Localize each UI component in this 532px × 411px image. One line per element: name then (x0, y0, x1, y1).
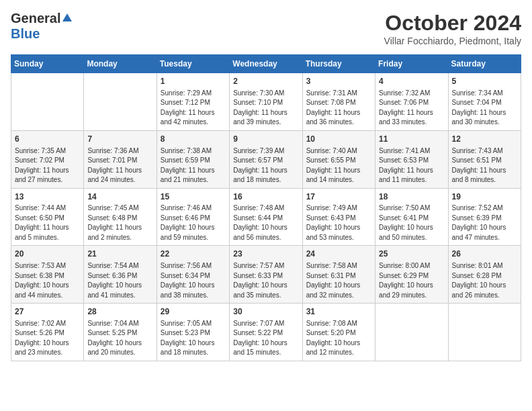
calendar-cell: 7Sunrise: 7:36 AM Sunset: 7:01 PM Daylig… (84, 130, 157, 188)
day-number: 7 (87, 134, 152, 145)
day-number: 11 (379, 134, 444, 145)
page-header: General Blue October 2024 Villar Focchia… (11, 11, 521, 46)
calendar-cell: 30Sunrise: 7:07 AM Sunset: 5:22 PM Dayli… (230, 304, 302, 361)
logo-general-text: General (11, 11, 60, 26)
calendar-cell: 27Sunrise: 7:02 AM Sunset: 5:26 PM Dayli… (11, 304, 84, 361)
day-number: 13 (15, 191, 80, 203)
header-wednesday: Wednesday (230, 55, 302, 73)
day-number: 29 (161, 306, 226, 318)
header-saturday: Saturday (448, 55, 521, 73)
day-info: Sunrise: 7:08 AM Sunset: 5:20 PM Dayligh… (306, 319, 371, 358)
calendar-cell: 13Sunrise: 7:44 AM Sunset: 6:50 PM Dayli… (11, 188, 84, 246)
day-number: 10 (306, 134, 371, 145)
logo-triangle-icon (62, 12, 73, 26)
day-info: Sunrise: 7:36 AM Sunset: 7:01 PM Dayligh… (87, 146, 152, 185)
day-number: 17 (306, 191, 371, 203)
calendar-cell: 23Sunrise: 7:57 AM Sunset: 6:33 PM Dayli… (230, 246, 302, 304)
calendar-cell: 14Sunrise: 7:45 AM Sunset: 6:48 PM Dayli… (84, 188, 157, 246)
calendar-cell: 15Sunrise: 7:46 AM Sunset: 6:46 PM Dayli… (157, 188, 229, 246)
day-number: 24 (306, 248, 371, 260)
day-number: 12 (452, 134, 517, 145)
day-info: Sunrise: 7:49 AM Sunset: 6:43 PM Dayligh… (306, 203, 371, 242)
day-number: 14 (87, 191, 152, 203)
calendar-week-5: 27Sunrise: 7:02 AM Sunset: 5:26 PM Dayli… (11, 304, 521, 361)
calendar-cell (375, 304, 448, 361)
day-number: 26 (452, 248, 517, 260)
calendar-cell: 12Sunrise: 7:43 AM Sunset: 6:51 PM Dayli… (448, 130, 521, 188)
day-info: Sunrise: 7:58 AM Sunset: 6:31 PM Dayligh… (306, 261, 371, 300)
day-info: Sunrise: 7:04 AM Sunset: 5:25 PM Dayligh… (87, 319, 152, 358)
day-number: 25 (379, 248, 444, 260)
calendar-cell: 28Sunrise: 7:04 AM Sunset: 5:25 PM Dayli… (84, 304, 157, 361)
day-info: Sunrise: 7:57 AM Sunset: 6:33 PM Dayligh… (233, 261, 298, 300)
day-number: 4 (379, 76, 444, 87)
calendar-week-3: 13Sunrise: 7:44 AM Sunset: 6:50 PM Dayli… (11, 188, 521, 246)
day-info: Sunrise: 7:39 AM Sunset: 6:57 PM Dayligh… (233, 146, 298, 185)
calendar-cell: 31Sunrise: 7:08 AM Sunset: 5:20 PM Dayli… (302, 304, 375, 361)
day-info: Sunrise: 7:07 AM Sunset: 5:22 PM Dayligh… (233, 319, 298, 358)
day-info: Sunrise: 7:38 AM Sunset: 6:59 PM Dayligh… (161, 146, 226, 185)
day-info: Sunrise: 7:30 AM Sunset: 7:10 PM Dayligh… (233, 89, 298, 128)
day-info: Sunrise: 7:35 AM Sunset: 7:02 PM Dayligh… (15, 146, 80, 185)
header-monday: Monday (84, 55, 157, 73)
calendar-week-4: 20Sunrise: 7:53 AM Sunset: 6:38 PM Dayli… (11, 246, 521, 304)
header-sunday: Sunday (11, 55, 84, 73)
calendar-table: SundayMondayTuesdayWednesdayThursdayFrid… (11, 54, 521, 361)
calendar-cell: 16Sunrise: 7:48 AM Sunset: 6:44 PM Dayli… (230, 188, 302, 246)
day-number: 28 (87, 306, 152, 318)
day-info: Sunrise: 7:31 AM Sunset: 7:08 PM Dayligh… (306, 89, 371, 128)
day-number: 15 (161, 191, 226, 203)
calendar-cell: 24Sunrise: 7:58 AM Sunset: 6:31 PM Dayli… (302, 246, 375, 304)
day-number: 1 (161, 76, 226, 87)
calendar-cell: 29Sunrise: 7:05 AM Sunset: 5:23 PM Dayli… (157, 304, 229, 361)
calendar-header-row: SundayMondayTuesdayWednesdayThursdayFrid… (11, 55, 521, 73)
day-info: Sunrise: 7:40 AM Sunset: 6:55 PM Dayligh… (306, 146, 371, 185)
day-number: 18 (379, 191, 444, 203)
calendar-cell (448, 304, 521, 361)
day-info: Sunrise: 7:41 AM Sunset: 6:53 PM Dayligh… (379, 146, 444, 185)
day-info: Sunrise: 7:34 AM Sunset: 7:04 PM Dayligh… (452, 89, 517, 128)
day-info: Sunrise: 7:48 AM Sunset: 6:44 PM Dayligh… (233, 203, 298, 242)
day-number: 21 (87, 248, 152, 260)
title-area: October 2024 Villar Focchiardo, Piedmont… (384, 11, 521, 46)
calendar-cell: 21Sunrise: 7:54 AM Sunset: 6:36 PM Dayli… (84, 246, 157, 304)
calendar-cell: 20Sunrise: 7:53 AM Sunset: 6:38 PM Dayli… (11, 246, 84, 304)
calendar-cell: 19Sunrise: 7:52 AM Sunset: 6:39 PM Dayli… (448, 188, 521, 246)
day-number: 27 (15, 306, 80, 318)
calendar-cell: 10Sunrise: 7:40 AM Sunset: 6:55 PM Dayli… (302, 130, 375, 188)
svg-marker-0 (62, 13, 72, 21)
calendar-cell: 4Sunrise: 7:32 AM Sunset: 7:06 PM Daylig… (375, 73, 448, 131)
calendar-cell: 6Sunrise: 7:35 AM Sunset: 7:02 PM Daylig… (11, 130, 84, 188)
day-info: Sunrise: 8:01 AM Sunset: 6:28 PM Dayligh… (452, 261, 517, 300)
day-number: 31 (306, 306, 371, 318)
location-subtitle: Villar Focchiardo, Piedmont, Italy (384, 36, 521, 46)
day-info: Sunrise: 8:00 AM Sunset: 6:29 PM Dayligh… (379, 261, 444, 300)
day-number: 20 (15, 248, 80, 260)
calendar-cell: 8Sunrise: 7:38 AM Sunset: 6:59 PM Daylig… (157, 130, 229, 188)
logo-blue-text: Blue (11, 26, 40, 41)
day-number: 23 (233, 248, 298, 260)
day-info: Sunrise: 7:43 AM Sunset: 6:51 PM Dayligh… (452, 146, 517, 185)
day-info: Sunrise: 7:32 AM Sunset: 7:06 PM Dayligh… (379, 89, 444, 128)
day-number: 5 (452, 76, 517, 87)
day-number: 22 (161, 248, 226, 260)
header-thursday: Thursday (302, 55, 375, 73)
day-number: 9 (233, 134, 298, 145)
calendar-cell: 9Sunrise: 7:39 AM Sunset: 6:57 PM Daylig… (230, 130, 302, 188)
day-info: Sunrise: 7:53 AM Sunset: 6:38 PM Dayligh… (15, 261, 80, 300)
logo: General Blue (11, 11, 73, 42)
header-friday: Friday (375, 55, 448, 73)
day-number: 6 (15, 134, 80, 145)
calendar-cell: 2Sunrise: 7:30 AM Sunset: 7:10 PM Daylig… (230, 73, 302, 131)
header-tuesday: Tuesday (157, 55, 229, 73)
day-info: Sunrise: 7:50 AM Sunset: 6:41 PM Dayligh… (379, 203, 444, 242)
day-info: Sunrise: 7:56 AM Sunset: 6:34 PM Dayligh… (161, 261, 226, 300)
calendar-cell: 26Sunrise: 8:01 AM Sunset: 6:28 PM Dayli… (448, 246, 521, 304)
calendar-cell: 3Sunrise: 7:31 AM Sunset: 7:08 PM Daylig… (302, 73, 375, 131)
day-number: 19 (452, 191, 517, 203)
day-info: Sunrise: 7:02 AM Sunset: 5:26 PM Dayligh… (15, 319, 80, 358)
day-info: Sunrise: 7:52 AM Sunset: 6:39 PM Dayligh… (452, 203, 517, 242)
calendar-cell: 25Sunrise: 8:00 AM Sunset: 6:29 PM Dayli… (375, 246, 448, 304)
calendar-cell: 22Sunrise: 7:56 AM Sunset: 6:34 PM Dayli… (157, 246, 229, 304)
day-info: Sunrise: 7:46 AM Sunset: 6:46 PM Dayligh… (161, 203, 226, 242)
